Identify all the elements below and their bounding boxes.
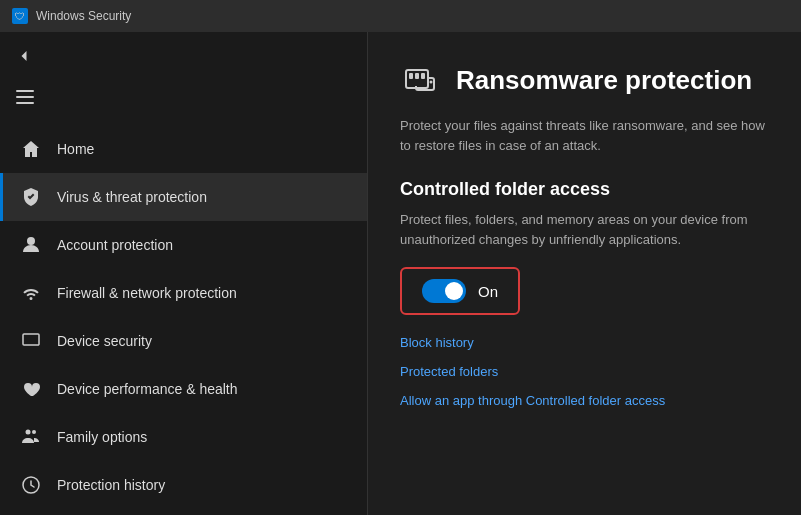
sidebar-item-virus[interactable]: Virus & threat protection — [0, 173, 367, 221]
allow-app-link[interactable]: Allow an app through Controlled folder a… — [400, 393, 769, 408]
sidebar-item-firewall[interactable]: Firewall & network protection — [0, 269, 367, 317]
toggle-container: On — [400, 267, 520, 315]
toggle-label: On — [478, 283, 498, 300]
wifi-icon — [19, 281, 43, 305]
page-description: Protect your files against threats like … — [400, 116, 769, 155]
block-history-link[interactable]: Block history — [400, 335, 769, 350]
back-icon — [16, 48, 32, 64]
svg-point-5 — [26, 430, 31, 435]
app-icon: 🛡 — [12, 8, 28, 24]
sidebar-item-virus-label: Virus & threat protection — [57, 189, 207, 205]
title-bar-text: Windows Security — [36, 9, 131, 23]
sidebar-item-home[interactable]: Home — [0, 125, 367, 173]
section-title: Controlled folder access — [400, 179, 769, 200]
sidebar-item-home-label: Home — [57, 141, 94, 157]
sidebar-item-family[interactable]: Family options — [0, 413, 367, 461]
controlled-access-toggle[interactable] — [422, 279, 466, 303]
clock-icon — [19, 473, 43, 497]
sidebar-item-firewall-label: Firewall & network protection — [57, 285, 237, 301]
family-icon — [19, 425, 43, 449]
back-button[interactable] — [0, 40, 367, 72]
sidebar-item-family-label: Family options — [57, 429, 147, 445]
shield-icon — [19, 185, 43, 209]
svg-point-3 — [27, 237, 35, 245]
page-header-icon — [400, 60, 440, 100]
svg-point-12 — [430, 81, 433, 84]
ransomware-icon — [402, 62, 438, 98]
home-icon — [19, 137, 43, 161]
device-icon — [19, 329, 43, 353]
page-title: Ransomware protection — [456, 65, 752, 96]
main-content: Ransomware protection Protect your files… — [368, 32, 801, 515]
sidebar-item-device-health-label: Device performance & health — [57, 381, 238, 397]
svg-rect-9 — [409, 73, 413, 79]
sidebar-item-device-security-label: Device security — [57, 333, 152, 349]
app-container: Home Virus & threat protection Account p… — [0, 32, 801, 515]
page-header: Ransomware protection — [400, 60, 769, 100]
svg-rect-0 — [16, 90, 34, 92]
svg-rect-10 — [415, 73, 419, 79]
sidebar-item-device-health[interactable]: Device performance & health — [0, 365, 367, 413]
hamburger-icon — [16, 90, 34, 104]
sidebar-item-account-label: Account protection — [57, 237, 173, 253]
sidebar-item-device-security[interactable]: Device security — [0, 317, 367, 365]
heart-icon — [19, 377, 43, 401]
svg-point-6 — [32, 430, 36, 434]
person-icon — [19, 233, 43, 257]
sidebar: Home Virus & threat protection Account p… — [0, 32, 368, 515]
sidebar-item-account[interactable]: Account protection — [0, 221, 367, 269]
protected-folders-link[interactable]: Protected folders — [400, 364, 769, 379]
sidebar-item-history[interactable]: Protection history — [0, 461, 367, 509]
toggle-knob — [445, 282, 463, 300]
svg-rect-11 — [421, 73, 425, 79]
svg-rect-1 — [16, 96, 34, 98]
svg-rect-2 — [16, 102, 34, 104]
sidebar-item-history-label: Protection history — [57, 477, 165, 493]
section-description: Protect files, folders, and memory areas… — [400, 210, 769, 249]
title-bar: 🛡 Windows Security — [0, 0, 801, 32]
menu-icon[interactable] — [0, 80, 367, 117]
svg-rect-4 — [23, 334, 39, 345]
